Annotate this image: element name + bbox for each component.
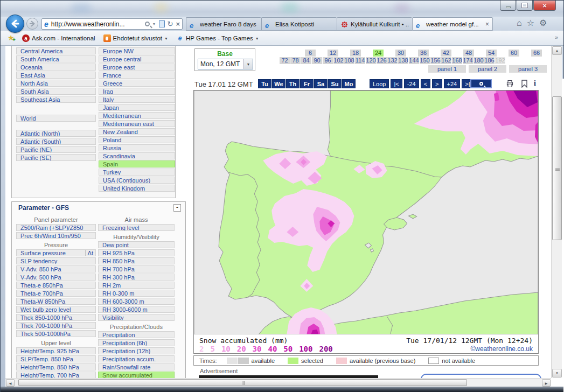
region-item[interactable]: Pacific (NE): [16, 146, 96, 153]
base-run-dropdown[interactable]: Mon, 12 GMT ▼: [198, 59, 253, 69]
day-button[interactable]: We: [272, 79, 286, 88]
parameter-row[interactable]: RH 850 hPa: [98, 257, 175, 264]
tab-close-icon[interactable]: ×: [485, 20, 489, 28]
forecast-hour-cell[interactable]: 132: [387, 57, 398, 64]
region-item[interactable]: East Asia: [16, 72, 96, 79]
parameter-row[interactable]: Z500/Rain (+SLP)/Z850: [16, 224, 96, 231]
forecast-hour-cell[interactable]: 84: [301, 57, 311, 64]
animation-button[interactable]: <: [421, 79, 430, 88]
forecast-hour-cell[interactable]: 48: [463, 50, 474, 57]
parameter-row[interactable]: Surface pressure Δt: [16, 249, 96, 256]
snow-accumulation-map[interactable]: [194, 90, 538, 334]
region-item[interactable]: South America: [16, 55, 96, 62]
parameter-row[interactable]: Rain/Snowfall rate: [98, 363, 175, 370]
parameter-row[interactable]: Precipitation: [98, 331, 175, 338]
region-item[interactable]: Central America: [16, 47, 96, 54]
region-item[interactable]: Russia: [99, 144, 175, 151]
animation-button[interactable]: +24: [444, 79, 461, 88]
region-item[interactable]: Europe NW: [99, 47, 175, 54]
parameter-row[interactable]: RH 600-3000 m: [98, 298, 175, 305]
horizontal-scrollbar-thumb[interactable]: [18, 379, 467, 386]
compatibility-view-icon[interactable]: [159, 20, 165, 27]
forecast-hour-cell[interactable]: 78: [290, 57, 301, 64]
parameter-row[interactable]: Theta-e 850hPa: [16, 282, 96, 289]
parameter-row[interactable]: Height/Temp. 700 hPa: [16, 372, 96, 378]
parameter-row[interactable]: V-Adv. 500 hPa: [16, 274, 96, 281]
parameter-row[interactable]: V-Adv. 850 hPa: [16, 265, 96, 272]
home-icon[interactable]: ⌂: [517, 18, 522, 28]
region-item[interactable]: Poland: [99, 136, 175, 143]
title-bar[interactable]: ×: [1, 1, 563, 17]
add-favorite-icon[interactable]: ★+: [8, 33, 15, 42]
region-item[interactable]: USA (Contiguous): [99, 177, 175, 184]
dropdown-caret-icon[interactable]: ▼: [152, 22, 156, 26]
region-item[interactable]: Mediterranean: [99, 112, 175, 119]
scroll-down-arrow[interactable]: ▼: [552, 369, 562, 377]
panel-button[interactable]: panel 1: [428, 65, 466, 73]
region-item[interactable]: United Kingdom: [99, 185, 175, 192]
parameter-row[interactable]: Air mass: [98, 215, 175, 223]
region-item[interactable]: Mediterranean east: [99, 120, 175, 127]
horizontal-scrollbar[interactable]: ◀ ▶: [5, 378, 551, 387]
forecast-hour-cell[interactable]: 102: [333, 57, 344, 64]
region-item[interactable]: Pacific (SE): [16, 154, 96, 161]
forecast-hour-cell[interactable]: 150: [420, 57, 430, 64]
settings-gear-icon[interactable]: ⚙: [539, 18, 547, 28]
forecast-hour-cell[interactable]: 174: [463, 57, 473, 64]
scroll-up-arrow[interactable]: ▲: [552, 46, 562, 55]
animation-button[interactable]: |<: [391, 79, 402, 88]
region-item[interactable]: Scandinavia: [99, 152, 175, 159]
advertisement-banner-2[interactable]: [421, 374, 541, 378]
parameter-row[interactable]: Thck 850-1000 hPa: [16, 314, 96, 321]
forecast-hour-cell[interactable]: 144: [409, 57, 419, 64]
forecast-hour-cell[interactable]: 156: [430, 57, 441, 64]
parameter-row[interactable]: Wet bulb zero level: [16, 306, 96, 313]
scroll-right-arrow[interactable]: ▶: [542, 379, 551, 387]
region-item[interactable]: Europe east: [99, 64, 175, 71]
forecast-hour-cell[interactable]: 138: [398, 57, 408, 64]
region-item[interactable]: Italy: [99, 96, 175, 103]
region-item[interactable]: Iraq: [99, 88, 175, 95]
address-bar[interactable]: e http://www.weatheronlin... ▼ ↻ ×: [41, 18, 183, 30]
forecast-hour-cell[interactable]: 12: [328, 50, 338, 57]
region-item[interactable]: South Asia: [16, 88, 96, 95]
forecast-hour-cell[interactable]: 60: [509, 50, 519, 57]
favorites-star-icon[interactable]: ☆: [527, 18, 534, 28]
forecast-hour-cell[interactable]: 36: [418, 50, 429, 57]
forecast-hour-cell[interactable]: 24: [373, 50, 384, 57]
panel-button[interactable]: panel 3: [509, 65, 547, 73]
forecast-hour-cell[interactable]: 114: [355, 57, 365, 64]
stop-icon[interactable]: ×: [176, 20, 180, 28]
region-item[interactable]: Spain: [99, 160, 175, 167]
forecast-hour-cell[interactable]: 162: [441, 57, 451, 64]
back-button[interactable]: [6, 15, 24, 33]
day-button[interactable]: Sa: [314, 79, 328, 88]
region-item[interactable]: Atlantic (South): [16, 138, 96, 145]
day-button[interactable]: Fr: [300, 79, 314, 88]
parameter-row[interactable]: Thck 700-1000 hPa: [16, 322, 96, 329]
favorite-dropdown-icon[interactable]: ▼: [255, 37, 259, 40]
parameter-row[interactable]: Snow accumulated: [98, 372, 175, 378]
forecast-hour-cell[interactable]: 168: [452, 57, 462, 64]
panel-button[interactable]: panel 2: [469, 65, 506, 73]
day-button[interactable]: Su: [328, 79, 342, 88]
browser-tab[interactable]: weather Faro 8 days: [186, 17, 261, 31]
forecast-hour-cell[interactable]: 90: [312, 57, 322, 64]
maximize-button[interactable]: [517, 1, 533, 11]
collapse-panel-button[interactable]: -: [173, 204, 181, 212]
parameter-row[interactable]: Precipitation/Clouds: [98, 322, 175, 330]
minimize-button[interactable]: [500, 1, 516, 11]
map-zoom-button[interactable]: [470, 79, 492, 88]
forecast-hour-cell[interactable]: 120: [366, 57, 376, 64]
vertical-scrollbar[interactable]: ▲ ▼: [551, 46, 562, 378]
forecast-hour-cell[interactable]: 186: [484, 57, 495, 64]
region-item[interactable]: Japan: [99, 104, 175, 111]
day-button[interactable]: Mo: [342, 79, 356, 88]
forecast-hour-cell[interactable]: 66: [531, 50, 542, 57]
browser-tab[interactable]: Elisa Kotiposti: [261, 17, 337, 31]
forecast-hour-cell[interactable]: 54: [486, 50, 497, 57]
region-item[interactable]: Southeast Asia: [16, 96, 96, 103]
parameter-row[interactable]: Theta-W 850hPa: [16, 298, 96, 305]
forecast-hour-cell[interactable]: 6: [305, 50, 316, 57]
browser-tab[interactable]: Kylähullut Kulkurit • ...: [337, 17, 412, 31]
